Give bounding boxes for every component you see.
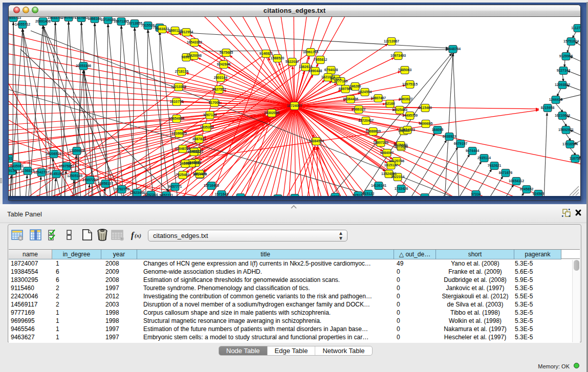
svg-text:97334: 97334 — [471, 192, 481, 196]
svg-text:5322037: 5322037 — [286, 60, 299, 63]
svg-text:9699695: 9699695 — [419, 122, 433, 125]
svg-text:12505135: 12505135 — [67, 174, 82, 178]
svg-text:7955812: 7955812 — [314, 58, 328, 61]
svg-text:1835359: 1835359 — [200, 125, 214, 129]
svg-text:13654923: 13654923 — [400, 128, 415, 132]
svg-text:17359924: 17359924 — [69, 149, 84, 152]
svg-text:10654112: 10654112 — [509, 179, 524, 183]
svg-text:9227342: 9227342 — [557, 69, 571, 72]
svg-text:14055712: 14055712 — [15, 23, 30, 26]
svg-text:12923448: 12923448 — [129, 191, 145, 194]
svg-text:17957223: 17957223 — [82, 178, 98, 182]
svg-text:116753: 116753 — [570, 157, 580, 160]
svg-text:1527602: 1527602 — [75, 17, 89, 19]
svg-text:6990448: 6990448 — [309, 69, 322, 73]
svg-text:9084067: 9084067 — [380, 151, 394, 155]
svg-text:924565: 924565 — [533, 192, 545, 195]
svg-text:1112753: 1112753 — [571, 26, 580, 30]
svg-text:16713855: 16713855 — [127, 21, 142, 25]
svg-text:8215958: 8215958 — [541, 106, 555, 110]
svg-text:10973493: 10973493 — [390, 54, 406, 57]
svg-text:3624554: 3624554 — [358, 90, 372, 94]
svg-text:8912954: 8912954 — [180, 30, 193, 34]
svg-text:9777169: 9777169 — [334, 79, 348, 83]
svg-text:19654985: 19654985 — [169, 117, 184, 120]
svg-text:7632621: 7632621 — [488, 164, 502, 167]
svg-text:19384554: 19384554 — [309, 139, 324, 143]
svg-text:19166825: 19166825 — [171, 132, 187, 135]
svg-text:15751074: 15751074 — [563, 39, 579, 43]
svg-text:9474444: 9474444 — [466, 149, 480, 152]
svg-text:17016504: 17016504 — [562, 142, 578, 146]
svg-text:2935114: 2935114 — [477, 156, 491, 160]
svg-text:915122: 915122 — [363, 192, 375, 195]
svg-text:8471676: 8471676 — [499, 171, 513, 174]
svg-text:10688609: 10688609 — [365, 129, 381, 133]
svg-text:1156819: 1156819 — [21, 169, 34, 172]
svg-text:1588520: 1588520 — [271, 56, 285, 60]
svg-text:6679197: 6679197 — [454, 142, 468, 145]
svg-text:4498222: 4498222 — [187, 150, 201, 154]
svg-text:14136141: 14136141 — [371, 184, 386, 187]
svg-text:16120746: 16120746 — [389, 159, 404, 163]
svg-text:3267130: 3267130 — [203, 113, 217, 117]
svg-text:39154: 39154 — [9, 169, 17, 172]
svg-text:9657771: 9657771 — [168, 185, 182, 188]
svg-text:10025453: 10025453 — [392, 108, 407, 112]
svg-text:12942737: 12942737 — [34, 170, 49, 174]
svg-text:12093832: 12093832 — [555, 83, 570, 86]
svg-text:62160: 62160 — [385, 102, 395, 105]
svg-text:98961: 98961 — [182, 55, 191, 59]
svg-text:5875685: 5875685 — [220, 51, 233, 54]
svg-text:8431: 8431 — [9, 157, 13, 160]
svg-text:9129966: 9129966 — [559, 54, 573, 58]
svg-text:12213369: 12213369 — [171, 85, 186, 89]
svg-text:7663822: 7663822 — [156, 27, 169, 31]
svg-text:164095: 164095 — [432, 128, 444, 132]
svg-text:15720407: 15720407 — [358, 119, 374, 122]
svg-text:2718176: 2718176 — [175, 70, 189, 73]
svg-text:1571648: 1571648 — [215, 192, 229, 196]
svg-text:817006: 817006 — [209, 101, 221, 104]
svg-text:10975857: 10975857 — [59, 164, 74, 168]
svg-text:8938923: 8938923 — [443, 135, 456, 138]
svg-text:3887833: 3887833 — [192, 137, 206, 141]
svg-text:7625402: 7625402 — [176, 173, 190, 177]
svg-text:8435061: 8435061 — [10, 164, 24, 168]
svg-text:1145194: 1145194 — [50, 172, 63, 176]
svg-text:10853257: 10853257 — [61, 17, 76, 19]
svg-text:1244415: 1244415 — [549, 98, 563, 101]
svg-text:8466160: 8466160 — [88, 17, 102, 20]
svg-text:12213967: 12213967 — [384, 39, 399, 43]
svg-text:18724007: 18724007 — [287, 104, 302, 107]
svg-text:20691406: 20691406 — [35, 19, 51, 23]
svg-text:9245652: 9245652 — [520, 187, 534, 191]
svg-text:1491440: 1491440 — [193, 172, 207, 176]
svg-text:10961765: 10961765 — [303, 50, 318, 54]
svg-text:140994: 140994 — [180, 162, 191, 165]
svg-text:1733426: 1733426 — [395, 187, 408, 190]
svg-text:20206576: 20206576 — [46, 152, 61, 156]
svg-text:14495759: 14495759 — [402, 114, 418, 117]
svg-text:16543382: 16543382 — [187, 40, 202, 44]
svg-text:28364436: 28364436 — [343, 97, 358, 101]
svg-text:10958107: 10958107 — [98, 182, 113, 185]
svg-text:23302035: 23302035 — [264, 111, 279, 115]
svg-text:2803144: 2803144 — [214, 76, 228, 79]
svg-text:9146821: 9146821 — [259, 52, 273, 55]
svg-text:13975115: 13975115 — [402, 82, 418, 86]
svg-text:(x): (x) — [135, 232, 141, 239]
svg-text:1075692: 1075692 — [394, 143, 408, 147]
svg-text:15716485: 15716485 — [204, 184, 219, 187]
svg-text:15692971: 15692971 — [558, 128, 574, 132]
svg-text:16782759: 16782759 — [114, 187, 129, 191]
svg-text:16210643: 16210643 — [555, 114, 570, 117]
svg-text:7485063: 7485063 — [398, 68, 412, 72]
svg-text:7986322: 7986322 — [352, 107, 366, 111]
svg-text:746266: 746266 — [350, 84, 361, 88]
svg-text:9242848: 9242848 — [217, 62, 231, 66]
svg-text:10807487: 10807487 — [371, 96, 386, 100]
svg-text:1362615: 1362615 — [299, 65, 313, 69]
svg-text:9463627: 9463627 — [399, 97, 413, 101]
svg-text:1610755: 1610755 — [170, 100, 184, 103]
